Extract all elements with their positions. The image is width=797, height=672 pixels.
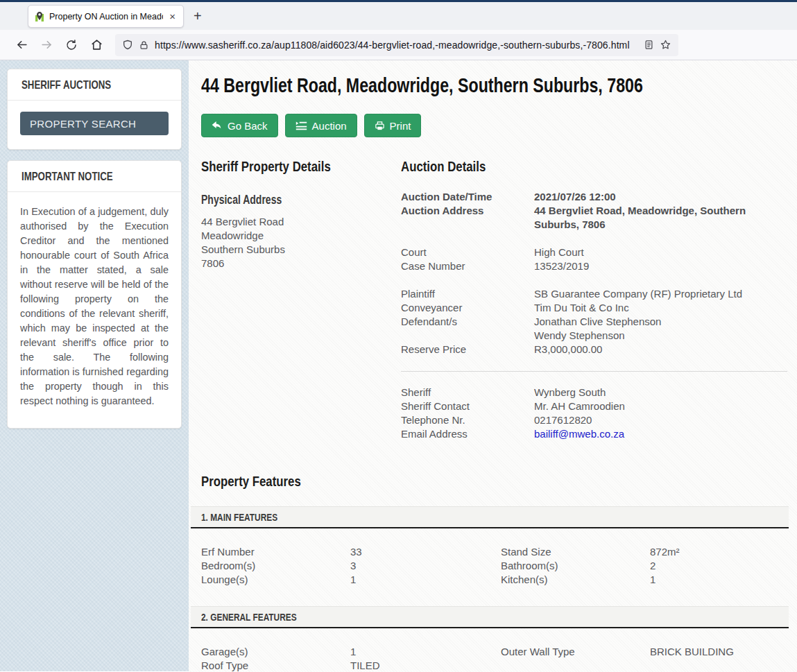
detail-label (401, 329, 534, 343)
feature-value: 2 (650, 559, 789, 573)
feature-value: 1 (350, 573, 501, 587)
auction-button[interactable]: Auction (285, 114, 357, 137)
feature-value: TILED (350, 659, 501, 672)
detail-label: Conveyancer (401, 301, 534, 315)
feature-row: Roof Type TILED (201, 659, 789, 672)
address-line: Southern Suburbs (201, 243, 401, 257)
browser-chrome: Property ON Auction in Meado × + (0, 2, 797, 60)
feature-row: Lounge(s) 1 Kitchen(s) 1 (201, 573, 789, 587)
feature-value: 33 (350, 545, 501, 559)
tab-close-icon[interactable]: × (167, 10, 178, 22)
url-bar[interactable]: https://www.sasheriff.co.za/aup11808/aid… (115, 34, 678, 56)
detail-value: Jonathan Clive Stephenson (534, 315, 787, 329)
feature-row: Garage(s) 1 Outer Wall Type BRICK BUILDI… (201, 645, 789, 659)
detail-value: High Court (534, 245, 787, 259)
go-back-button[interactable]: Go Back (201, 114, 278, 137)
feature-label: Lounge(s) (201, 573, 350, 587)
detail-row: Sheriff Contact Mr. AH Camroodien (401, 399, 787, 413)
feature-value: BRICK BUILDING (650, 645, 789, 659)
important-notice-text: In Execution of a judgement, duly author… (20, 203, 169, 414)
detail-row: Auction Date/Time 2021/07/26 12:00 (401, 190, 787, 204)
detail-row: Reserve Price R3,000,000.00 (401, 343, 787, 356)
general-features-section-bar: 2. GENERAL FEATURES (191, 606, 789, 628)
site-favicon-map-pin-icon (34, 11, 45, 22)
bookmark-star-icon[interactable] (660, 39, 671, 51)
sheriff-auctions-card: SHERIFF AUCTIONS PROPERTY SEARCH (7, 69, 182, 150)
navigation-toolbar: https://www.sasheriff.co.za/aup11808/aid… (0, 30, 797, 60)
sheriff-auctions-header: SHERIFF AUCTIONS (8, 69, 181, 101)
url-text[interactable]: https://www.sasheriff.co.za/aup11808/aid… (155, 40, 638, 51)
detail-label: Case Number (401, 259, 534, 273)
property-features-heading: Property Features (201, 473, 789, 490)
sheriff-property-details-heading: Sheriff Property Details (201, 158, 401, 175)
detail-label: Reserve Price (401, 343, 534, 356)
detail-value: SB Guarantee Company (RF) Proprietary Lt… (534, 287, 787, 301)
tab-title: Property ON Auction in Meado (49, 12, 163, 21)
auction-details-heading: Auction Details (401, 158, 787, 175)
feature-label: Roof Type (201, 659, 350, 672)
detail-row: Sheriff Wynberg South (401, 386, 787, 399)
detail-label: Auction Date/Time (401, 190, 534, 204)
detail-row: Case Number 13523/2019 (401, 259, 787, 273)
sidebar: SHERIFF AUCTIONS PROPERTY SEARCH IMPORTA… (7, 69, 182, 439)
property-details-column: Sheriff Property Details Physical Addres… (201, 158, 401, 441)
physical-address-heading: Physical Address (201, 193, 401, 207)
feature-label: Bathroom(s) (501, 559, 650, 573)
detail-label: Plaintiff (401, 287, 534, 301)
print-button[interactable]: Print (364, 114, 422, 137)
detail-value: 2021/07/26 12:00 (534, 190, 787, 204)
reply-arrow-icon (212, 121, 223, 130)
detail-label: Email Address (401, 427, 534, 441)
address-line: 44 Bergvliet Road (201, 215, 401, 229)
detail-label: Sheriff (401, 386, 534, 399)
important-notice-card: IMPORTANT NOTICE In Execution of a judge… (7, 160, 182, 429)
detail-label: Sheriff Contact (401, 399, 534, 413)
back-button[interactable] (11, 35, 32, 55)
address-line: Meadowridge (201, 229, 401, 243)
feature-label (501, 659, 650, 672)
lock-icon[interactable] (139, 40, 149, 51)
browser-tab[interactable]: Property ON Auction in Meado × (28, 5, 184, 28)
feature-row: Erf Number 33 Stand Size 872m² (201, 545, 789, 559)
important-notice-header: IMPORTANT NOTICE (8, 161, 181, 192)
tab-strip: Property ON Auction in Meado × + (0, 2, 797, 30)
detail-row: Wendy Stephenson (401, 329, 787, 343)
printer-icon (375, 121, 385, 131)
detail-label: Telephone Nr. (401, 413, 534, 427)
auction-list-icon (295, 121, 307, 130)
feature-value: 1 (650, 573, 789, 587)
feature-label: Garage(s) (201, 645, 350, 659)
action-buttons: Go Back Auction Print (201, 114, 789, 137)
reader-mode-icon[interactable] (644, 39, 654, 51)
detail-value: Wynberg South (534, 386, 787, 399)
sheriff-email-link[interactable]: bailiff@mweb.co.za (534, 428, 624, 440)
main-features-rows: Erf Number 33 Stand Size 872m² Bedroom(s… (201, 545, 789, 587)
detail-value: R3,000,000.00 (534, 343, 787, 356)
feature-label: Bedroom(s) (201, 559, 350, 573)
feature-row: Bedroom(s) 3 Bathroom(s) 2 (201, 559, 789, 573)
feature-label: Stand Size (501, 545, 650, 559)
detail-row: Court High Court (401, 245, 787, 259)
detail-label: Auction Address (401, 204, 534, 232)
auction-details-column: Auction Details Auction Date/Time 2021/0… (401, 158, 789, 441)
page-title: 44 Bergvliet Road, Meadowridge, Southern… (201, 74, 789, 97)
address-line: 7806 (201, 257, 401, 270)
detail-label: Court (401, 245, 534, 259)
tracking-shield-icon[interactable] (122, 39, 133, 51)
property-search-button[interactable]: PROPERTY SEARCH (20, 112, 169, 135)
main-content: 44 Bergvliet Road, Meadowridge, Southern… (189, 60, 797, 672)
detail-label: Defendant/s (401, 315, 534, 329)
new-tab-button[interactable]: + (194, 8, 202, 24)
home-button[interactable] (86, 35, 107, 55)
main-features-section-bar: 1. MAIN FEATURES (191, 506, 789, 528)
section-divider (401, 371, 787, 372)
browser-window: Property ON Auction in Meado × + (0, 0, 797, 672)
detail-value: 44 Bergvliet Road, Meadowridge, Southern… (534, 204, 787, 232)
detail-value: Mr. AH Camroodien (534, 399, 787, 413)
detail-row: Plaintiff SB Guarantee Company (RF) Prop… (401, 287, 787, 301)
reload-button[interactable] (61, 35, 82, 55)
forward-button[interactable] (36, 35, 57, 55)
detail-row: Telephone Nr. 0217612820 (401, 413, 787, 427)
feature-label: Kitchen(s) (501, 573, 650, 587)
feature-value: 872m² (650, 545, 789, 559)
